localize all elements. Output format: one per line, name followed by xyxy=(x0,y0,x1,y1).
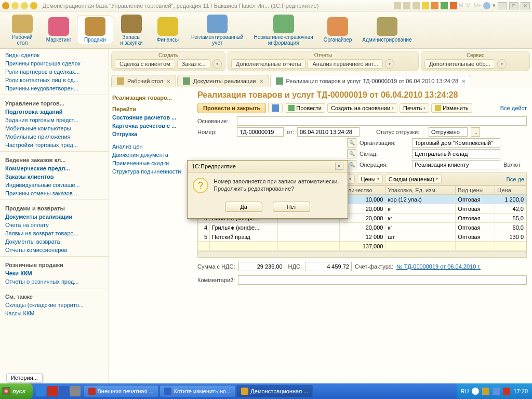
create-more-button[interactable]: ▾ xyxy=(212,59,222,69)
print-button[interactable]: Печать▾ xyxy=(400,103,429,113)
close-button[interactable]: ✕ xyxy=(521,2,530,9)
minimize-button[interactable]: — xyxy=(498,2,507,9)
grid-cell[interactable]: Оптовая xyxy=(456,232,495,242)
grid-cell[interactable]: 42,0 xyxy=(495,204,526,214)
grid-cell[interactable]: Оптовая xyxy=(456,214,495,223)
no-button[interactable]: Нет xyxy=(273,202,310,212)
grid-cell[interactable]: кг xyxy=(385,223,456,232)
main-tab-8[interactable]: Администрирование xyxy=(357,16,417,44)
grid-cell[interactable]: 55,0 xyxy=(495,214,526,223)
grid-cell[interactable]: 20,000 xyxy=(339,223,385,232)
primary-analysis-button[interactable]: Анализ первичного инт... xyxy=(308,59,382,69)
nav-back-icon[interactable] xyxy=(11,2,19,9)
nav-link[interactable]: Настройки торговых пред... xyxy=(0,141,109,149)
create-order-button[interactable]: Заказ к... xyxy=(177,59,210,69)
ie-icon[interactable] xyxy=(36,386,46,396)
grid-cell[interactable]: 130 0 xyxy=(495,232,526,242)
grid-cell[interactable]: Грильяж (конфе... xyxy=(210,223,278,232)
main-tab-7[interactable]: Органайзер xyxy=(318,16,357,44)
start-button[interactable]: пуск xyxy=(0,383,33,399)
grid-cell[interactable]: Оптовая xyxy=(456,223,495,232)
doc-nav-link[interactable]: Карточка расчетов с ... xyxy=(112,122,189,130)
grid-header[interactable]: Упаковка, Ед. изм. xyxy=(385,186,456,195)
doc-nav-link[interactable]: Движения документа xyxy=(112,151,189,159)
grid-cell[interactable]: кор (12 упак) xyxy=(385,195,456,204)
nav-link[interactable]: Чеки ККМ xyxy=(0,269,109,277)
nav-link[interactable]: Задания торговым предст... xyxy=(0,116,109,124)
task-button-2[interactable]: Демонстрационная ... xyxy=(236,385,313,397)
ship-status-select[interactable]: ... xyxy=(471,127,480,137)
tab-1[interactable]: Документы реализации✕ xyxy=(177,75,269,87)
clock[interactable]: 17:20 xyxy=(513,388,528,394)
table-row[interactable]: 4Грильяж (конфе...20,000кгОптовая60,0 xyxy=(198,223,526,232)
grid-cell[interactable]: кг xyxy=(385,214,456,223)
nav-link[interactable]: Роли контактных лиц в сд... xyxy=(0,76,109,84)
grid-cell[interactable] xyxy=(278,232,339,242)
tab-close-icon[interactable]: ✕ xyxy=(166,78,170,84)
grid-cell[interactable]: 1 200,0 xyxy=(495,195,526,204)
reports-more-button[interactable]: ▾ xyxy=(385,59,394,69)
save-icon[interactable] xyxy=(394,2,401,9)
nav-link[interactable]: Отчеты о розничных прод... xyxy=(0,277,109,286)
nav-link[interactable]: Склады (складские террито... xyxy=(0,301,109,309)
find-1[interactable]: 🔍 xyxy=(347,138,356,148)
tab-close-icon[interactable]: ✕ xyxy=(259,78,263,84)
nav-link[interactable]: Подготовка заданий xyxy=(0,108,109,116)
nav-link[interactable]: Причины неудовлетворен... xyxy=(0,84,109,92)
link-icon[interactable] xyxy=(431,2,438,9)
star-icon[interactable] xyxy=(422,2,429,9)
service-more-button[interactable]: ▾ xyxy=(497,59,507,69)
main-tab-4[interactable]: Финансы xyxy=(150,16,186,44)
nav-link[interactable]: Мобильные приложения xyxy=(0,132,109,141)
org-input[interactable] xyxy=(412,138,500,148)
main-tab-2[interactable]: Продажи xyxy=(77,16,113,44)
main-tab-6[interactable]: Нормативно-справочнаяинформация xyxy=(248,14,318,47)
discounts-button[interactable]: Скидки (наценки)▾ xyxy=(385,175,442,184)
find-3[interactable]: 🔍 xyxy=(347,160,356,169)
grid-cell[interactable]: Оптовая xyxy=(456,195,495,204)
task-button-0[interactable]: Внешняя печатная ... xyxy=(84,385,158,397)
ql-icon-2[interactable] xyxy=(47,386,58,396)
warehouse-input[interactable] xyxy=(412,149,500,158)
post-button[interactable]: Провести xyxy=(285,103,325,113)
nav-link[interactable]: Роли партнеров в сделках... xyxy=(0,68,109,76)
invoice-link[interactable]: № ТД-00000019 от 06.04.2010 г. xyxy=(396,263,481,270)
save-tool-button[interactable] xyxy=(268,103,283,113)
main-tab-5[interactable]: Регламентированныйучет xyxy=(186,14,248,47)
create-based-button[interactable]: Создать на основании▾ xyxy=(327,103,397,113)
nav-link[interactable]: Индивидуальные соглаше... xyxy=(0,181,109,189)
grid-all-actions[interactable]: Все де xyxy=(506,176,524,182)
grid-cell[interactable]: шт xyxy=(385,232,456,242)
tray-icon-2[interactable] xyxy=(482,388,489,395)
lang-indicator[interactable]: RU xyxy=(461,388,469,394)
tray-icon-4[interactable] xyxy=(503,388,510,395)
grid-cell[interactable]: 5 xyxy=(198,232,210,242)
info-icon[interactable] xyxy=(483,2,490,9)
nav-link[interactable]: Причины проигрыша сделок xyxy=(0,59,109,68)
grid-header[interactable]: Цена xyxy=(495,186,526,195)
grid-cell[interactable]: кг xyxy=(385,204,456,214)
doc-nav-link[interactable]: Отгрузка xyxy=(112,130,189,138)
all-actions-link[interactable]: Все дейст xyxy=(500,105,527,111)
nav-link[interactable]: Счета на оплату xyxy=(0,221,109,229)
tab-2[interactable]: Реализация товаров и услуг ТД-00000019 о… xyxy=(270,75,472,87)
table-row[interactable]: 5Петский празд12 000штОптовая130 0 xyxy=(198,232,526,242)
nav-fwd-icon[interactable] xyxy=(21,2,28,9)
operation-input[interactable] xyxy=(412,160,500,169)
tab-close-icon[interactable]: ✕ xyxy=(461,78,466,84)
main-tab-1[interactable]: Маркетинг xyxy=(41,16,77,44)
ql-icon-4[interactable] xyxy=(70,386,81,396)
basis-input[interactable] xyxy=(237,116,527,126)
grid-cell[interactable] xyxy=(278,223,339,232)
nav-link[interactable]: Мобильные компьютеры xyxy=(0,124,109,132)
comment-input[interactable] xyxy=(238,275,527,285)
nav-link[interactable]: Заявки на возврат товаро... xyxy=(0,229,109,237)
post-close-button[interactable]: Провести и закрыть xyxy=(197,103,266,113)
tab-0[interactable]: Рабочий стол✕ xyxy=(111,75,176,87)
nav-link[interactable]: Отчеты комиссионеров xyxy=(0,246,109,254)
yes-button[interactable]: Да xyxy=(225,202,262,212)
number-input[interactable] xyxy=(237,127,284,137)
task-button-1[interactable]: Хотите изменить но... xyxy=(159,385,236,397)
ship-status-input[interactable] xyxy=(429,127,468,137)
date-input[interactable] xyxy=(297,127,360,137)
